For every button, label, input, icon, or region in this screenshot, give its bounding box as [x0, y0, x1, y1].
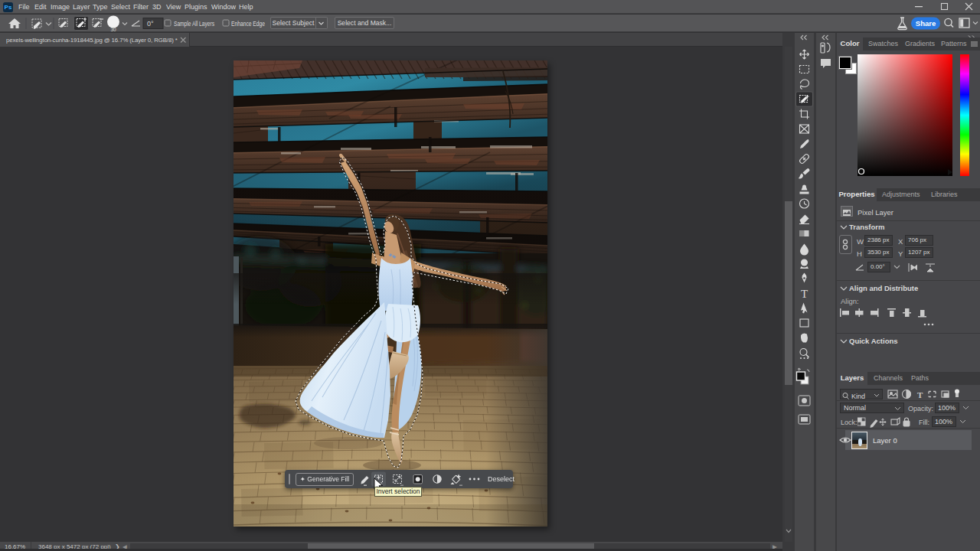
svg-text:Kind: Kind — [851, 393, 865, 400]
svg-text:Sample All Layers: Sample All Layers — [174, 21, 214, 28]
svg-text:T: T — [801, 288, 808, 300]
svg-text:0°: 0° — [147, 20, 154, 28]
svg-text:T: T — [917, 390, 923, 399]
svg-text:30: 30 — [110, 27, 116, 32]
svg-text:Share: Share — [916, 19, 936, 28]
svg-text:Enhance Edge: Enhance Edge — [231, 21, 265, 28]
